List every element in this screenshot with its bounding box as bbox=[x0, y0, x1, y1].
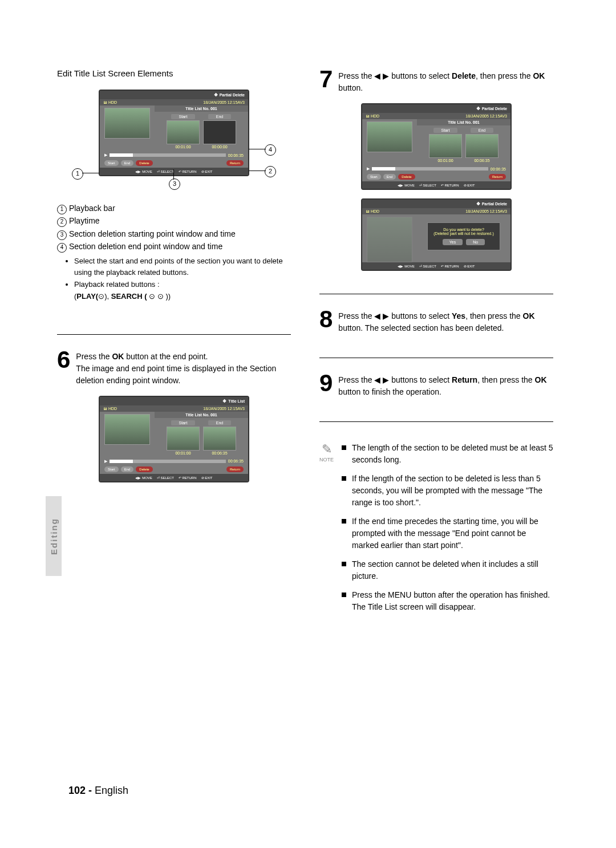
p1-hdd: 🖭 HDD18/JAN/2005 12:15AV3 bbox=[100, 99, 248, 106]
page: Edit Title List Screen Elements 1 2 3 4 … bbox=[0, 0, 616, 643]
p2-start-time: 00:01:00 bbox=[175, 451, 191, 456]
note-3: If the end time precedes the starting ti… bbox=[352, 516, 553, 551]
p2-end-lbl: End bbox=[208, 420, 231, 425]
p1-end-thumb bbox=[203, 120, 236, 144]
note-block: ✎ NOTE The length of the section to be d… bbox=[319, 442, 553, 620]
p1-footer: ◀▶ MOVE ⏎ SELECT ↶ RETURN ⊘ EXIT bbox=[100, 168, 248, 175]
p3-start-lbl: Start bbox=[433, 128, 458, 133]
bullet-icon bbox=[342, 562, 346, 566]
p3-header: ❖Partial Delete bbox=[362, 104, 510, 113]
callout-3: 3 bbox=[169, 178, 180, 190]
p3-btn-return[interactable]: Return bbox=[489, 174, 506, 180]
p3-playtime: 00:06:35 bbox=[491, 167, 506, 171]
panel-3: ❖Partial Delete 🖭 HDD18/JAN/2005 12:15AV… bbox=[361, 103, 512, 190]
cl3 bbox=[173, 169, 174, 180]
step-9-text: Press the ◀ ▶ buttons to select Return, … bbox=[338, 372, 553, 398]
p4-header: ❖Partial Delete bbox=[362, 200, 510, 208]
step-7-num: 7 bbox=[319, 68, 333, 94]
note-4: The section cannot be deleted when it in… bbox=[352, 558, 553, 582]
note-2: If the length of the section to be delet… bbox=[352, 473, 553, 509]
callout-1: 1 bbox=[72, 168, 83, 180]
note-list: The length of the section to be deleted … bbox=[342, 442, 553, 620]
page-number: 102 - English bbox=[68, 785, 128, 797]
p3-thumbs: Start 00:01:00 End 00:06:35 bbox=[417, 125, 510, 165]
p2-btn-return[interactable]: Return bbox=[226, 466, 244, 472]
note-5: Press the MENU button after the operatio… bbox=[352, 589, 550, 613]
cl1 bbox=[82, 173, 99, 173]
legend: 1 Playback bar 2 Playtime 3 Section dele… bbox=[57, 202, 291, 303]
note-label: NOTE bbox=[319, 457, 334, 462]
side-tab-label: Editing bbox=[49, 518, 59, 555]
p1-btn-end[interactable]: End bbox=[121, 160, 134, 166]
divider-r3 bbox=[319, 421, 553, 422]
cl4 bbox=[249, 149, 266, 149]
divider-r2 bbox=[319, 358, 553, 358]
legend-4: Section deletion end point window and ti… bbox=[69, 242, 222, 251]
p2-thumbs: Start 00:01:00 End 00:06:35 bbox=[155, 418, 248, 458]
note-icon: ✎ NOTE bbox=[319, 442, 334, 620]
p2-titleno: Title List No. 001 bbox=[155, 412, 248, 418]
p2-end-time: 00:06:35 bbox=[212, 451, 227, 456]
p2-preview bbox=[104, 414, 150, 445]
p2-start-thumb bbox=[167, 427, 200, 451]
p1-preview bbox=[104, 108, 150, 139]
legend-2: Playtime bbox=[69, 216, 100, 225]
right-column: 7 Press the ◀ ▶ buttons to select Delete… bbox=[319, 68, 553, 620]
p4-footer: ◀▶ MOVE ⏎ SELECT ↶ RETURN ⊘ EXIT bbox=[362, 262, 510, 270]
p2-btn-start[interactable]: Start bbox=[104, 466, 119, 472]
panel4-wrap: ❖Partial Delete 🖭 HDD18/JAN/2005 12:15AV… bbox=[319, 198, 553, 271]
p1-header: ❖Partial Delete bbox=[100, 91, 248, 99]
step-7-text: Press the ◀ ▶ buttons to select Delete, … bbox=[338, 68, 553, 94]
p2-end-thumb bbox=[203, 427, 236, 451]
p1-btn-delete[interactable]: Delete bbox=[136, 160, 152, 166]
panel3-wrap: ❖Partial Delete 🖭 HDD18/JAN/2005 12:15AV… bbox=[319, 103, 553, 190]
p4-dlg-l1: Do you want to delete? bbox=[432, 228, 495, 232]
legend-b2: Playback related buttons : (PLAY(⊙), SEA… bbox=[74, 279, 291, 303]
step-6: 6 Press the OK button at the end point. … bbox=[57, 349, 291, 387]
p3-btn-end[interactable]: End bbox=[383, 174, 396, 180]
p1-end-lbl: End bbox=[208, 114, 231, 119]
p3-end-thumb bbox=[465, 134, 499, 158]
step-6-text: Press the OK button at the end point. Th… bbox=[76, 349, 291, 387]
p1-btn-return[interactable]: Return bbox=[226, 160, 244, 166]
p4-no[interactable]: No bbox=[466, 239, 485, 245]
p4-yes[interactable]: Yes bbox=[443, 239, 463, 245]
p3-btn-delete[interactable]: Delete bbox=[398, 174, 415, 180]
p1-title: Partial Delete bbox=[220, 93, 245, 97]
step-7: 7 Press the ◀ ▶ buttons to select Delete… bbox=[319, 68, 553, 94]
p2-title: Title List bbox=[228, 399, 245, 403]
p1-thumbs: Start 00:01:00 End 00:00:00 bbox=[155, 112, 248, 152]
cl2 bbox=[249, 171, 266, 171]
p2-start-lbl: Start bbox=[171, 420, 196, 425]
p1-start-thumb bbox=[167, 120, 200, 144]
divider-left bbox=[57, 334, 291, 335]
p3-btnrow: Start End Delete Return bbox=[362, 172, 510, 181]
callout-4: 4 bbox=[265, 144, 276, 156]
panel2-wrap: ❖Title List 🖭 HDD18/JAN/2005 12:15AV3 Ti… bbox=[57, 396, 291, 482]
p2-btn-end[interactable]: End bbox=[121, 466, 134, 472]
step-9-num: 9 bbox=[319, 372, 333, 398]
legend-1: Playback bar bbox=[69, 204, 115, 213]
pencil-icon: ✎ bbox=[322, 442, 332, 457]
step-9: 9 Press the ◀ ▶ buttons to select Return… bbox=[319, 372, 553, 398]
p3-preview bbox=[367, 121, 412, 152]
p3-end-lbl: End bbox=[471, 128, 493, 133]
p2-playtime: 00:06:35 bbox=[228, 459, 244, 463]
p3-title: Partial Delete bbox=[482, 107, 507, 111]
legend-3: Section deletion starting point window a… bbox=[69, 229, 236, 238]
p3-btn-start[interactable]: Start bbox=[367, 174, 381, 180]
page-lang: English bbox=[95, 785, 128, 796]
p3-end-time: 00:06:35 bbox=[474, 158, 489, 163]
heading-left: Edit Title List Screen Elements bbox=[57, 68, 291, 78]
p2-header: ❖Title List bbox=[100, 397, 248, 405]
p1-playbar: ▶ 00:06:35 bbox=[100, 152, 248, 159]
bullet-icon bbox=[342, 519, 346, 524]
step-6-num: 6 bbox=[57, 349, 70, 387]
panel-1: ❖Partial Delete 🖭 HDD18/JAN/2005 12:15AV… bbox=[99, 90, 249, 176]
p2-btn-delete[interactable]: Delete bbox=[136, 466, 152, 472]
p1-btn-start[interactable]: Start bbox=[104, 160, 119, 166]
page-num-val: 102 - bbox=[68, 785, 92, 796]
left-column: Edit Title List Screen Elements 1 2 3 4 … bbox=[57, 68, 291, 620]
p1-btnrow: Start End Delete Return bbox=[100, 159, 248, 168]
p2-btnrow: Start End Delete Return bbox=[100, 465, 248, 474]
